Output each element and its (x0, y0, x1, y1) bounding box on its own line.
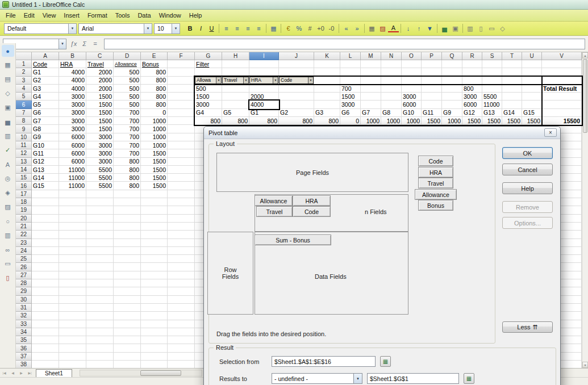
cell-M7[interactable]: G7 (361, 109, 381, 117)
column-field-travel[interactable]: Travel (256, 206, 293, 217)
row-header-29[interactable]: 29 (16, 287, 32, 295)
align-justify-icon[interactable]: ≡ (253, 23, 264, 34)
italic-icon[interactable]: I (195, 23, 206, 34)
sort-descending-icon[interactable]: ↑ (414, 23, 424, 34)
cell-A2[interactable]: G1 (32, 68, 59, 76)
cell-U2[interactable] (522, 68, 542, 76)
row-header-26[interactable]: 26 (16, 263, 32, 271)
cell-C17[interactable] (86, 190, 114, 198)
cell-F15[interactable] (168, 174, 195, 182)
cell-B16[interactable]: 11000 (59, 182, 86, 190)
hyperlink-icon[interactable]: ∞ (2, 244, 14, 256)
cell-E36[interactable] (141, 344, 168, 352)
cell-D1[interactable]: Allowance (114, 60, 141, 68)
cell-F10[interactable] (168, 133, 195, 141)
merge-cells-icon[interactable]: ▦ (268, 23, 279, 34)
cell-H5[interactable] (222, 93, 249, 101)
cell-E2[interactable]: 800 (141, 68, 168, 76)
cell-C34[interactable] (86, 328, 114, 336)
cell-B6[interactable]: 3000 (59, 101, 86, 108)
column-header-E[interactable]: E (141, 52, 168, 60)
cell-B12[interactable]: 6000 (59, 149, 86, 157)
menu-data[interactable]: Data (134, 10, 155, 20)
cell-J8[interactable]: 800 (279, 117, 314, 125)
standard-format-icon[interactable]: # (305, 23, 315, 34)
delete-decimal-icon[interactable]: -0 (326, 23, 337, 34)
filter-dropdown-icon[interactable]: ▼ (216, 77, 221, 83)
cell-F27[interactable] (168, 271, 195, 279)
shrink-button[interactable]: ▦ (380, 356, 391, 367)
cell-C24[interactable] (86, 247, 114, 255)
cell-D26[interactable] (114, 263, 141, 271)
cell-M3[interactable] (361, 77, 381, 85)
cell-B1[interactable]: HRA (59, 60, 86, 68)
cell-B19[interactable] (59, 206, 86, 214)
cell-D3[interactable]: 500 (114, 77, 141, 85)
row-header-33[interactable]: 33 (16, 320, 32, 328)
cell-D30[interactable] (114, 296, 141, 304)
data-field-sum-bonus[interactable]: Sum - Bonus (255, 235, 331, 245)
row-header-38[interactable]: 38 (16, 361, 32, 368)
cell-B4[interactable]: 4000 (59, 85, 86, 93)
cell-U1[interactable] (522, 60, 542, 68)
cell-C5[interactable]: 1500 (86, 93, 114, 101)
cell-F1[interactable] (168, 60, 195, 68)
insert-cells-icon[interactable]: ▦ (2, 59, 14, 71)
filter-dropdown-icon[interactable]: ▼ (243, 77, 248, 83)
cell-D11[interactable]: 700 (114, 141, 141, 149)
cell-S4[interactable] (482, 85, 502, 93)
cell-M4[interactable] (361, 85, 381, 93)
cell-T8[interactable]: 1500 (502, 117, 522, 125)
cell-F38[interactable] (168, 361, 195, 368)
cell-I3[interactable]: HRA▼ (249, 77, 279, 85)
cell-C31[interactable] (86, 304, 114, 312)
cell-F28[interactable] (168, 279, 195, 287)
scroll-down-icon[interactable]: ▼ (582, 362, 588, 368)
cell-H2[interactable] (222, 68, 249, 76)
cell-R8[interactable]: 1500 (462, 117, 482, 125)
cell-F24[interactable] (168, 247, 195, 255)
cell-C33[interactable] (86, 320, 114, 328)
cell-A35[interactable] (32, 336, 59, 344)
horizontal-scrollbar-thumb[interactable] (140, 370, 181, 376)
pivot-filter-code[interactable]: Code▼ (279, 77, 314, 84)
cell-R6[interactable]: 6000 (462, 101, 482, 108)
cell-A33[interactable] (32, 320, 59, 328)
cell-N2[interactable] (381, 68, 402, 76)
cell-E27[interactable] (141, 271, 168, 279)
cell-A8[interactable]: G7 (32, 117, 59, 125)
menu-view[interactable]: View (39, 10, 60, 20)
cell-N7[interactable]: G8 (381, 109, 402, 117)
results-to-input[interactable]: $Sheet1.$G$1 (367, 373, 459, 384)
cell-B5[interactable]: 3000 (59, 93, 86, 101)
autofilter-icon[interactable]: ▼ (424, 23, 435, 34)
cell-D9[interactable]: 700 (114, 125, 141, 133)
cell-O7[interactable]: G10 (402, 109, 422, 117)
cell-F7[interactable] (168, 109, 195, 117)
cell-B9[interactable]: 3000 (59, 125, 86, 133)
split-window-icon[interactable]: ▯ (476, 23, 486, 34)
cell-B27[interactable] (59, 271, 86, 279)
cell-D34[interactable] (114, 328, 141, 336)
autoformat-icon[interactable]: ▥ (2, 130, 14, 142)
menu-file[interactable]: File (2, 10, 20, 20)
column-header-B[interactable]: B (59, 52, 86, 60)
cell-L5[interactable]: 1500 (340, 93, 361, 101)
cell-R3[interactable] (462, 77, 482, 85)
cell-E22[interactable] (141, 231, 168, 238)
cell-B11[interactable]: 6000 (59, 141, 86, 149)
column-header-G[interactable]: G (195, 52, 222, 60)
cell-D37[interactable] (114, 353, 141, 361)
cell-L3[interactable] (340, 77, 361, 85)
zoom-icon[interactable]: ○ (2, 215, 14, 227)
cell-N5[interactable] (381, 93, 402, 101)
cell-F16[interactable] (168, 182, 195, 190)
cell-D33[interactable] (114, 320, 141, 328)
cell-C29[interactable] (86, 287, 114, 295)
cell-B28[interactable] (59, 279, 86, 287)
select-all-corner[interactable] (16, 52, 32, 60)
draw-functions-icon[interactable]: ◇ (2, 87, 14, 99)
cell-K5[interactable] (314, 93, 340, 101)
cell-M1[interactable] (361, 60, 381, 68)
cell-S8[interactable]: 1500 (482, 117, 502, 125)
